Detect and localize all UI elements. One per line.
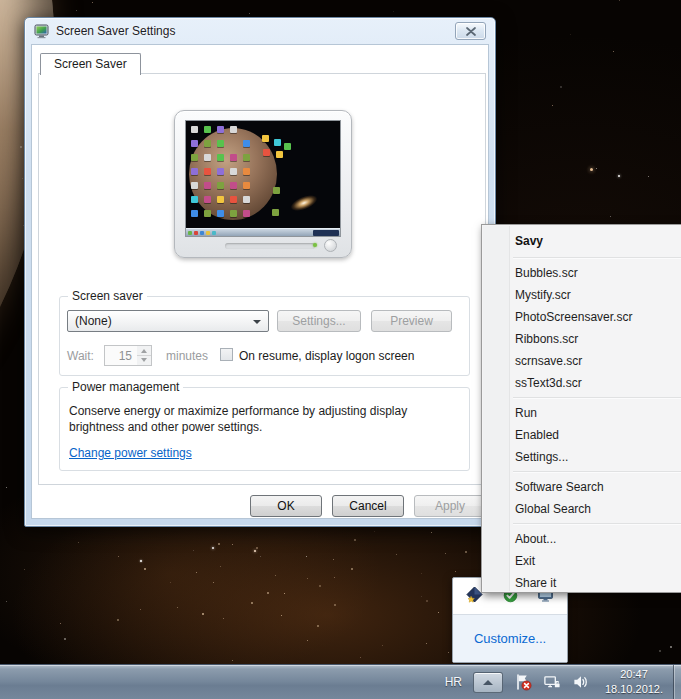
clock-date: 18.10.2012.: [601, 682, 667, 697]
menu-item-run[interactable]: Run: [482, 402, 681, 424]
chevron-down-icon: [253, 320, 261, 324]
menu-item-ribbons[interactable]: Ribbons.scr: [482, 328, 681, 350]
monitor-power-led: [313, 243, 317, 247]
tab-screen-saver[interactable]: Screen Saver: [40, 53, 141, 75]
menu-item-scrnsave[interactable]: scrnsave.scr: [482, 350, 681, 372]
power-management-group: Power management Conserve energy or maxi…: [59, 387, 470, 471]
power-description: Conserve energy or maximize performance …: [69, 403, 443, 435]
menu-item-settings[interactable]: Settings...: [482, 446, 681, 468]
chevron-up-icon: [483, 680, 493, 685]
tab-page: Screen saver (None) Settings... Preview …: [38, 73, 486, 485]
menu-separator: [513, 523, 681, 525]
resume-logon-label: On resume, display logon screen: [239, 349, 414, 363]
menu-item-bubbles[interactable]: Bubbles.scr: [482, 262, 681, 284]
taskbar-clock[interactable]: 20:47 18.10.2012.: [601, 667, 667, 697]
settings-button[interactable]: Settings...: [277, 310, 361, 332]
action-center-flag-icon[interactable]: [514, 673, 532, 691]
monitor-power-button: [324, 239, 337, 252]
preview-wallpaper-galaxy: [284, 189, 323, 217]
menu-item-global-search[interactable]: Global Search: [482, 498, 681, 520]
taskbar: HR 20:47 18.10.2: [0, 664, 681, 699]
menu-separator: [513, 471, 681, 473]
spinner-down-icon[interactable]: [137, 355, 151, 365]
menu-item-enabled[interactable]: Enabled: [482, 424, 681, 446]
clock-time: 20:47: [601, 667, 667, 682]
dialog-client-area: Screen Saver: [31, 44, 489, 519]
menu-item-sstext3d[interactable]: ssText3d.scr: [482, 372, 681, 394]
screensaver-group-label: Screen saver: [68, 289, 147, 303]
display-settings-icon: [34, 23, 50, 39]
menu-item-photoscreensaver[interactable]: PhotoScreensaver.scr: [482, 306, 681, 328]
menu-item-about[interactable]: About...: [482, 528, 681, 550]
menu-separator: [513, 397, 681, 399]
language-indicator[interactable]: HR: [445, 675, 462, 689]
show-desktop-button[interactable]: [673, 665, 681, 699]
menu-separator: [513, 257, 681, 259]
titlebar[interactable]: Screen Saver Settings: [25, 18, 495, 44]
change-power-settings-link[interactable]: Change power settings: [69, 446, 192, 460]
preview-screen: [185, 120, 341, 237]
apply-button[interactable]: Apply: [414, 495, 486, 517]
close-icon: [465, 27, 477, 36]
screensaver-settings-window: Screen Saver Settings Screen Saver: [24, 17, 496, 527]
preview-button[interactable]: Preview: [371, 310, 452, 332]
screensaver-dropdown[interactable]: (None): [67, 310, 269, 332]
cancel-button[interactable]: Cancel: [332, 495, 404, 517]
volume-icon[interactable]: [572, 673, 590, 691]
menu-item-software-search[interactable]: Software Search: [482, 476, 681, 498]
menu-item-exit[interactable]: Exit: [482, 550, 681, 572]
window-title: Screen Saver Settings: [56, 24, 175, 38]
tray-popup-footer: Customize...: [453, 614, 567, 662]
monitor-speaker-slot: [225, 243, 315, 249]
menu-item-share-it[interactable]: Share it: [482, 572, 681, 594]
wait-row: Wait: 15 minutes On resume, display logo…: [67, 345, 465, 367]
wait-minutes-input[interactable]: 15: [104, 345, 138, 366]
menu-header: Savy: [482, 227, 681, 254]
wait-label: Wait:: [67, 349, 94, 363]
ok-button[interactable]: OK: [250, 495, 322, 517]
screensaver-preview-monitor: [174, 110, 352, 258]
desktop: Screen Saver Settings Screen Saver: [0, 0, 681, 699]
minutes-label: minutes: [166, 349, 208, 363]
resume-logon-checkbox[interactable]: [220, 348, 233, 361]
close-button[interactable]: [455, 22, 486, 40]
savy-context-menu: Savy Bubbles.scr Mystify.scr PhotoScreen…: [481, 224, 681, 593]
show-hidden-icons-button[interactable]: [473, 672, 503, 693]
menu-item-mystify[interactable]: Mystify.scr: [482, 284, 681, 306]
preview-taskbar: [186, 228, 340, 236]
power-group-label: Power management: [68, 380, 183, 394]
screensaver-dropdown-value: (None): [75, 314, 112, 328]
network-icon[interactable]: [543, 673, 561, 691]
customize-link[interactable]: Customize...: [474, 631, 546, 646]
screensaver-group: Screen saver (None) Settings... Preview …: [59, 296, 470, 376]
wait-minutes-stepper[interactable]: [137, 345, 152, 366]
